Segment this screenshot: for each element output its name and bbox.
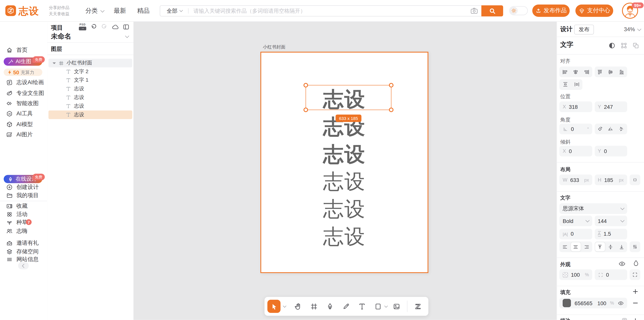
visibility-icon[interactable] (618, 261, 626, 266)
constrain-proportions-button[interactable] (630, 174, 640, 185)
angle-input[interactable]: 0 ° (560, 124, 592, 134)
text-settings-button[interactable] (629, 242, 640, 252)
zhishe-ai-tool[interactable] (414, 302, 422, 310)
font-size-select[interactable]: 144 (594, 216, 627, 226)
undo-button[interactable] (90, 24, 97, 30)
canvas-text[interactable]: 志设 (261, 169, 428, 194)
width-input[interactable]: W633 px (560, 174, 592, 185)
sidebar-item-favorites[interactable]: 收藏 (6, 202, 28, 210)
align-top-button[interactable] (595, 68, 605, 76)
search-scope-select[interactable]: 全部 (167, 7, 182, 14)
chevron-down-icon[interactable] (384, 304, 388, 308)
corner-radius-input[interactable]: 0 (594, 269, 627, 280)
sidebar-item-home[interactable]: 首页 (6, 46, 28, 54)
sidebar-item-ai-pictures[interactable]: AI图片 (6, 130, 33, 139)
resize-handle-se[interactable] (389, 108, 394, 112)
chevron-down-icon[interactable] (283, 304, 286, 308)
add-fill-button[interactable] (632, 288, 638, 295)
distribute-horizontal-button[interactable] (572, 80, 582, 89)
layer-row[interactable]: 文字 2 (48, 68, 132, 76)
layer-row[interactable]: 志设 (48, 93, 132, 102)
align-bottom-button[interactable] (617, 68, 626, 76)
sidebar-item-text2image[interactable]: 专业文生图 (6, 89, 44, 98)
text-tool[interactable] (358, 302, 366, 310)
search-input[interactable] (192, 7, 471, 14)
opacity-input[interactable]: 100 % (560, 269, 592, 280)
selection-box[interactable] (306, 85, 392, 110)
align-center-h-button[interactable] (571, 68, 581, 76)
fill-visibility-icon[interactable] (618, 301, 624, 305)
tab-design[interactable]: 设计 (560, 26, 572, 33)
position-x-input[interactable]: X318 (560, 102, 592, 112)
text-align-center-button[interactable] (571, 242, 581, 251)
resize-handle-nw[interactable] (304, 83, 308, 88)
export-psd-button[interactable]: PSD→ (79, 24, 86, 30)
rotate-button[interactable] (595, 124, 605, 134)
canvas-text[interactable]: 志设 (261, 142, 428, 166)
duplicate-icon[interactable] (632, 42, 639, 49)
artboard[interactable]: 志设 志设 志设 志设 志设 志设 (260, 52, 428, 273)
letter-spacing-input[interactable]: |A| 0 (560, 228, 592, 239)
redo-button[interactable] (101, 24, 108, 30)
blend-droplet-icon[interactable] (634, 260, 639, 267)
canvas-text[interactable]: 志设 (261, 224, 428, 249)
sidebar-item-grass[interactable]: 种草 (6, 218, 28, 227)
layer-row-selected[interactable]: 志设 (48, 110, 132, 119)
resize-handle-ne[interactable] (389, 83, 394, 88)
layer-row[interactable]: 志设 (48, 84, 132, 93)
fill-row[interactable]: 656565 100 % (560, 298, 627, 308)
expand-button[interactable] (630, 269, 640, 280)
sidebar-item-activities[interactable]: 活动 (6, 210, 28, 218)
logo-icon[interactable] (6, 6, 16, 16)
image-tool[interactable] (392, 302, 400, 310)
vertical-align-top-button[interactable] (595, 242, 605, 251)
distribute-vertical-button[interactable] (560, 80, 570, 89)
vertical-align-middle-button[interactable] (606, 242, 616, 251)
theme-toggle[interactable] (509, 6, 528, 15)
zoom-level[interactable]: 34% (624, 26, 641, 32)
sidebar-item-invite[interactable]: 邀请有礼 (6, 239, 38, 247)
document-name[interactable]: 未命名 (51, 32, 71, 41)
stroke-style-icon[interactable] (622, 318, 628, 320)
select-frame-icon[interactable] (620, 42, 627, 49)
cloud-sync-button[interactable] (112, 24, 119, 30)
text-align-right-button[interactable] (582, 242, 592, 251)
caret-down-icon[interactable] (52, 62, 56, 64)
hand-tool[interactable] (294, 302, 302, 310)
artboard-label[interactable]: 小红书封面 (263, 44, 286, 50)
nav-latest[interactable]: 最新 (114, 7, 126, 15)
skew-y-input[interactable]: Y0 (594, 146, 627, 156)
camera-icon[interactable] (471, 8, 478, 14)
font-family-select[interactable]: 思源宋体 (560, 203, 627, 214)
pencil-tool[interactable] (342, 302, 350, 310)
layer-row[interactable]: 文字 1 (48, 76, 132, 85)
line-height-input[interactable]: A 1.5 (594, 228, 627, 239)
toggle-panel-button[interactable] (123, 24, 130, 30)
publish-button[interactable]: 发布作品 (532, 4, 570, 17)
flip-vertical-button[interactable] (617, 124, 626, 134)
sidebar-item-zhihai[interactable]: 志嗨 (6, 227, 28, 235)
add-stroke-button[interactable] (632, 318, 638, 320)
logo-text[interactable]: 志设 (18, 4, 39, 18)
nav-category[interactable]: 分类 (86, 7, 104, 15)
text-align-left-button[interactable] (560, 242, 570, 251)
pen-tool[interactable] (326, 302, 334, 310)
font-weight-select[interactable]: Bold (560, 216, 592, 226)
collapse-sidebar-button[interactable] (18, 262, 29, 269)
search-button[interactable] (481, 6, 503, 16)
resize-handle-sw[interactable] (304, 108, 308, 112)
remove-fill-button[interactable] (632, 300, 638, 306)
layer-row-frame[interactable]: 小红书封面 (48, 59, 132, 68)
sidebar-item-smart-edit[interactable]: 智能改图 (6, 99, 38, 108)
sidebar-item-create-design[interactable]: 创建设计 (6, 183, 38, 192)
canvas-area[interactable]: 小红书封面 志设 志设 志设 志设 志设 志设 633 x 185 (134, 21, 556, 320)
align-middle-v-button[interactable] (606, 68, 616, 76)
vertical-align-bottom-button[interactable] (617, 242, 626, 251)
shape-tool[interactable] (374, 302, 382, 310)
sidebar-item-my-projects[interactable]: 我的项目 (6, 192, 38, 200)
sidebar-item-ai-tools[interactable]: AI AI工具 (6, 110, 33, 118)
chevron-down-icon[interactable] (125, 34, 129, 38)
contrast-icon[interactable] (609, 42, 615, 49)
canvas-text[interactable]: 志设 (261, 197, 428, 222)
sidebar-item-ai-paint[interactable]: 志设AI绘画 (6, 78, 44, 87)
